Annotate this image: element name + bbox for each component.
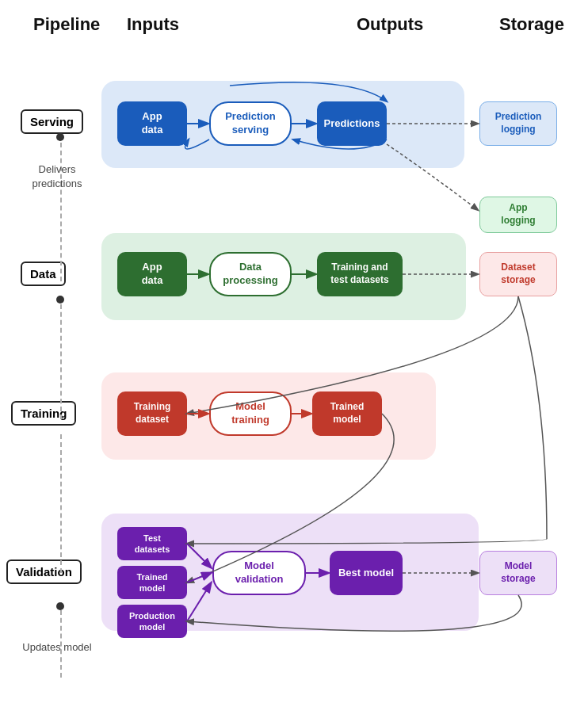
col-inputs: Inputs bbox=[127, 14, 179, 35]
page-container: Pipeline Inputs Outputs Storage Serving … bbox=[0, 0, 588, 718]
col-pipeline: Pipeline bbox=[33, 14, 100, 35]
node-model-storage: Modelstorage bbox=[479, 551, 557, 595]
pipeline-line-3 bbox=[60, 434, 62, 573]
dot-serving bbox=[56, 133, 64, 141]
node-trained-model-val: Trainedmodel bbox=[117, 566, 187, 599]
node-dataset-storage: Datasetstorage bbox=[479, 252, 557, 296]
pipeline-line-1 bbox=[60, 135, 62, 281]
node-model-validation: Modelvalidation bbox=[212, 551, 306, 595]
node-production-model: Productionmodel bbox=[117, 605, 187, 638]
col-outputs: Outputs bbox=[357, 14, 423, 35]
pipeline-line-2 bbox=[60, 296, 62, 419]
pipeline-label-data: Data bbox=[21, 262, 66, 286]
side-label-delivers: Delivers predictions bbox=[22, 162, 92, 191]
node-test-datasets: Testdatasets bbox=[117, 527, 187, 560]
col-storage: Storage bbox=[499, 14, 564, 35]
node-training-test-datasets: Training andtest datasets bbox=[317, 252, 403, 296]
node-app-data-serving: Appdata bbox=[117, 101, 187, 146]
node-app-data-data: Appdata bbox=[117, 252, 187, 296]
node-predictions: Predictions bbox=[317, 101, 387, 146]
node-prediction-logging: Predictionlogging bbox=[479, 101, 557, 146]
pipeline-label-validation: Validation bbox=[6, 560, 82, 584]
node-data-processing: Dataprocessing bbox=[209, 252, 292, 296]
node-app-logging: Applogging bbox=[479, 197, 557, 233]
dot-updates bbox=[56, 602, 64, 610]
node-training-dataset: Trainingdataset bbox=[117, 391, 187, 436]
side-label-updates: Updates model bbox=[22, 640, 92, 655]
node-best-model: Best model bbox=[330, 551, 403, 595]
node-trained-model: Trainedmodel bbox=[312, 391, 382, 436]
node-model-training: Modeltraining bbox=[209, 391, 292, 436]
node-prediction-serving: Predictionserving bbox=[209, 101, 292, 146]
pipeline-label-serving: Serving bbox=[21, 109, 83, 134]
dot-data bbox=[56, 296, 64, 304]
pipeline-label-training: Training bbox=[11, 401, 76, 426]
